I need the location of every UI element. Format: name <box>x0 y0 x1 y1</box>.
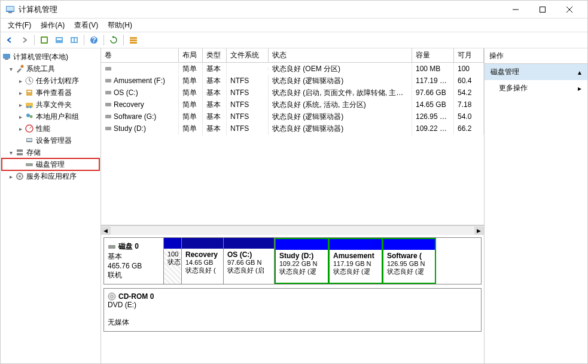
menu-file[interactable]: 文件(F) <box>3 19 36 32</box>
actions-panel: 操作 磁盘管理 ▴ 更多操作 ▸ <box>485 48 587 363</box>
partition[interactable]: 100 状态良好 ( <box>164 238 182 284</box>
tree-root[interactable]: 计算机管理(本地) <box>2 51 99 63</box>
volume-row[interactable]: Study (D:) 简单 基本 NTFS 状态良好 (逻辑驱动器) 109.2… <box>101 123 484 134</box>
cdrom-sub: DVD (E:) <box>108 301 477 309</box>
tree-system-tools[interactable]: ▾ 系统工具 <box>2 63 99 75</box>
cdrom-row[interactable]: CD-ROM 0 DVD (E:) 无媒体 <box>103 288 482 332</box>
col-header-volume[interactable]: 卷 <box>101 48 179 63</box>
forward-button[interactable] <box>18 33 31 47</box>
svg-point-28 <box>26 114 30 117</box>
col-header-capacity[interactable]: 容量 <box>412 48 454 63</box>
maximize-button[interactable] <box>529 1 556 18</box>
collapse-icon[interactable]: ▾ <box>7 66 15 72</box>
expand-icon[interactable]: ▸ <box>16 90 25 96</box>
toolbar-properties-icon[interactable] <box>38 33 51 47</box>
collapse-icon[interactable]: ▾ <box>7 149 15 156</box>
volume-row[interactable]: OS (C:) 简单 基本 NTFS 状态良好 (启动, 页面文件, 故障转储,… <box>101 87 484 99</box>
expand-icon[interactable]: ▸ <box>16 78 25 84</box>
cdrom-info[interactable]: CD-ROM 0 DVD (E:) 无媒体 <box>104 289 481 331</box>
volume-row[interactable]: Recovery 简单 基本 NTFS 状态良好 (系统, 活动, 主分区) 1… <box>101 99 484 111</box>
volume-free: 100 <box>454 63 484 75</box>
svg-rect-39 <box>105 67 111 71</box>
svg-rect-35 <box>26 163 33 166</box>
expand-icon[interactable]: ▸ <box>7 173 15 180</box>
volume-icon <box>105 101 112 108</box>
volume-fs <box>227 67 269 71</box>
partition[interactable]: Study (D:) 109.22 GB N 状态良好 (逻 <box>275 238 328 284</box>
svg-rect-11 <box>71 37 78 43</box>
disk-row[interactable]: 磁盘 0 基本 465.76 GB 联机 100 状态良好 ( Recovery… <box>103 237 482 285</box>
svg-rect-41 <box>105 91 111 94</box>
volume-capacity: 100 MB <box>412 63 454 75</box>
close-button[interactable] <box>556 1 583 18</box>
tree-label: 本地用户和组 <box>36 112 79 122</box>
col-header-free[interactable]: 可月 <box>454 48 484 63</box>
actions-more-label: 更多操作 <box>499 83 528 93</box>
menu-help[interactable]: 帮助(H) <box>103 19 137 32</box>
partition-name: Study (D:) <box>279 252 324 260</box>
col-header-layout[interactable]: 布局 <box>179 48 203 63</box>
tree-storage[interactable]: ▾ 存储 <box>2 146 99 158</box>
partition-name: OS (C:) <box>227 250 270 259</box>
tree-event-viewer[interactable]: ▸ 事件查看器 <box>2 87 99 99</box>
svg-rect-10 <box>57 38 62 40</box>
partition[interactable]: Recovery 14.65 GB 状态良好 ( <box>182 238 224 284</box>
col-header-type[interactable]: 类型 <box>203 48 227 63</box>
svg-rect-42 <box>105 103 111 106</box>
col-header-fs[interactable]: 文件系统 <box>227 48 269 63</box>
tree-task-scheduler[interactable]: ▸ 任务计划程序 <box>2 75 99 87</box>
partition-size: 126.95 GB N <box>387 260 431 267</box>
volume-row[interactable]: 简单 基本 状态良好 (OEM 分区) 100 MB 100 <box>101 63 484 75</box>
volume-row[interactable]: Amusement (F:) 简单 基本 NTFS 状态良好 (逻辑驱动器) 1… <box>101 75 484 87</box>
menu-view[interactable]: 查看(V) <box>69 19 103 32</box>
partition[interactable]: OS (C:) 97.66 GB N 状态良好 (启 <box>224 238 275 284</box>
tree-performance[interactable]: ▸ 性能 <box>2 123 99 134</box>
toolbar-refresh-icon[interactable] <box>107 33 120 47</box>
cdrom-state: 无媒体 <box>108 317 477 328</box>
svg-rect-45 <box>108 245 115 249</box>
expand-icon[interactable]: ▸ <box>16 114 25 120</box>
partition[interactable]: Amusement 117.19 GB N 状态良好 (逻 <box>328 238 382 284</box>
actions-title[interactable]: 磁盘管理 ▴ <box>485 64 587 80</box>
volume-header-row: 卷 布局 类型 文件系统 状态 容量 可月 <box>101 48 484 63</box>
volume-fs: NTFS <box>227 99 269 111</box>
tree-disk-management[interactable]: 磁盘管理 <box>2 158 99 170</box>
back-button[interactable] <box>3 33 16 47</box>
svg-rect-12 <box>72 38 74 42</box>
titlebar: 计算机管理 <box>1 1 587 19</box>
scroll-left-icon[interactable]: ◀ <box>101 227 111 235</box>
partition-status: 状态良好 (逻 <box>279 267 324 276</box>
clock-icon <box>25 76 34 85</box>
disk-info[interactable]: 磁盘 0 基本 465.76 GB 联机 <box>104 238 164 284</box>
minimize-button[interactable] <box>502 1 529 18</box>
volume-list: 卷 布局 类型 文件系统 状态 容量 可月 简单 基本 状态良好 (OEM 分区… <box>101 48 484 225</box>
tree-device-manager[interactable]: 设备管理器 <box>2 134 99 146</box>
expand-icon[interactable]: ▸ <box>16 126 25 132</box>
menu-action[interactable]: 操作(A) <box>36 19 69 32</box>
toolbar-mmc-icon[interactable] <box>53 33 66 47</box>
volume-capacity: 117.19 GB <box>412 75 454 87</box>
disk-map: 磁盘 0 基本 465.76 GB 联机 100 状态良好 ( Recovery… <box>101 235 484 363</box>
tree-services-apps[interactable]: ▸ 服务和应用程序 <box>2 170 99 182</box>
tree-local-users[interactable]: ▸ 本地用户和组 <box>2 111 99 123</box>
toolbar-help-icon[interactable]: ? <box>87 33 100 47</box>
tree-shared-folders[interactable]: ▸ 共享文件夹 <box>2 99 99 111</box>
col-header-status[interactable]: 状态 <box>269 48 412 63</box>
partition-status: 状态良好 ( <box>185 266 220 275</box>
volume-row[interactable]: Software (G:) 简单 基本 NTFS 状态良好 (逻辑驱动器) 12… <box>101 111 484 123</box>
svg-rect-23 <box>26 90 32 96</box>
toolbar-view2-icon[interactable] <box>68 33 81 47</box>
svg-rect-33 <box>17 149 23 152</box>
svg-rect-40 <box>105 79 111 82</box>
cdrom-icon <box>108 292 116 301</box>
actions-more[interactable]: 更多操作 ▸ <box>485 80 587 96</box>
scroll-right-icon[interactable]: ▶ <box>474 227 484 235</box>
svg-point-21 <box>21 65 24 68</box>
volume-free: 7.18 <box>454 99 484 111</box>
volume-capacity: 97.66 GB <box>412 87 454 99</box>
toolbar-disk-list-icon[interactable] <box>127 33 140 47</box>
svg-rect-24 <box>28 91 31 92</box>
expand-icon[interactable]: ▸ <box>16 102 25 108</box>
hscrollbar[interactable]: ◀ ▶ <box>101 225 484 235</box>
partition[interactable]: Software ( 126.95 GB N 状态良好 (逻 <box>382 238 436 284</box>
